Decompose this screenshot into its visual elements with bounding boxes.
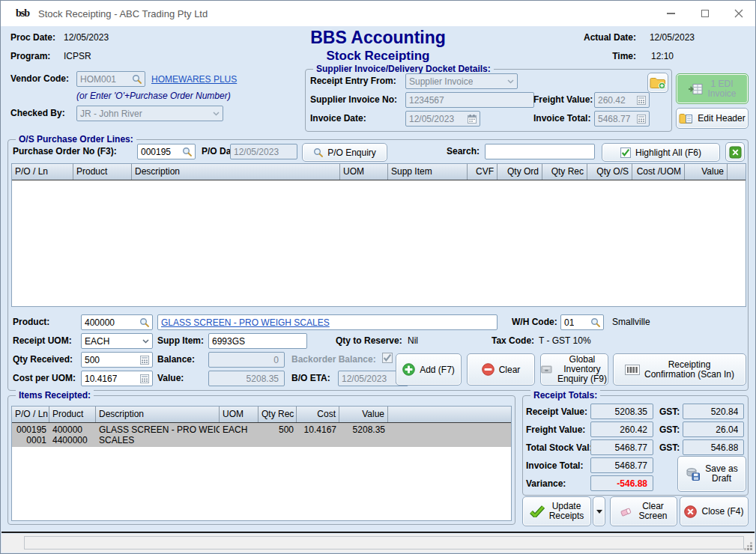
receipt-totals-group-label: Receipt Totals: [530,390,600,401]
close-x-icon [684,505,697,518]
po-lines-table[interactable]: P/O / Ln Product Description UOM Supp It… [11,163,746,307]
vendor-search-icon[interactable] [132,74,142,84]
calculator-icon[interactable] [637,96,646,105]
total-row-invoice-total: Invoice Total: 5468.77 [526,457,653,473]
cost-per-uom-field[interactable]: 10.4167 [81,371,153,386]
update-receipts-button[interactable]: UpdateReceipts [522,496,591,526]
update-receipts-dropdown-button[interactable] [593,496,605,526]
calculator-icon[interactable] [140,356,149,365]
add-plus-icon [402,363,415,376]
items-col-header[interactable]: UOM [220,407,258,422]
receipt-value-field: 5208.35 [590,404,653,419]
po-col-header[interactable]: Qty Ord [498,164,542,180]
save-as-draft-button[interactable]: Save asDraft [677,456,746,492]
clear-minus-icon [482,363,495,376]
qty-received-field[interactable]: 500 [81,352,153,368]
wh-search-icon[interactable] [590,317,600,327]
po-col-header[interactable]: CVF [468,164,498,180]
items-col-header[interactable]: Product [49,407,96,422]
export-excel-button[interactable] [725,142,745,162]
balance-label: Balance: [157,354,195,365]
supp-item-label: Supp Item: [157,335,204,346]
attach-document-button[interactable] [647,73,668,93]
global-inventory-line2: Enquiry (F9) [557,374,607,384]
po-lines-table-body[interactable] [12,180,746,307]
receipt-entry-from-select[interactable]: Supplier Invoice [405,73,518,89]
receipting-confirmation-line1: Receipting [668,359,711,370]
variance-field: -546.88 [590,475,653,491]
clear-screen-button[interactable]: ClearScreen [610,496,677,526]
items-col-header[interactable]: Value [339,407,388,422]
close-button[interactable]: Close (F4) [680,496,749,526]
po-col-header[interactable]: Supp Item [388,164,468,180]
global-inventory-button[interactable]: Global InventoryEnquiry (F9) [540,353,608,386]
product-field[interactable]: 400000 [81,314,153,330]
items-col-header[interactable]: Description [96,407,220,422]
wh-code-field[interactable]: 01 [560,314,604,330]
po-col-header[interactable]: Qty Rec [542,164,587,180]
po-date-field[interactable]: 12/05/2023 [230,144,297,159]
invoice-date-field[interactable]: 12/05/2023 [405,111,480,127]
minimize-button[interactable] [654,1,688,26]
supplier-invoice-no-value: 1234567 [409,95,444,106]
po-col-header[interactable]: Cost /UOM [632,164,685,180]
supplier-invoice-no-field[interactable]: 1234567 [405,92,534,108]
items-receipted-group: Items Receipted: P/O / Ln Product Descri… [7,395,515,525]
resize-grip[interactable] [750,548,752,550]
po-col-header[interactable]: Product [73,164,132,180]
receipting-confirmation-button[interactable]: ReceiptingConfirmation (Scan In) [613,353,746,386]
receipting-confirmation-line2: Confirmation (Scan In) [644,369,734,380]
po-col-header[interactable]: UOM [340,164,388,180]
items-table-row-selected[interactable]: 000195 0001 400000 4400000 GLASS SCREEN … [12,423,511,447]
vendor-name-link[interactable]: HOMEWARES PLUS [151,74,237,85]
screen-title: Stock Receipting [1,49,755,64]
time-value: 12:10 [651,51,674,61]
search-input[interactable] [485,144,595,159]
calculator-icon[interactable] [140,374,149,383]
product-search-icon[interactable] [139,317,149,327]
supplier-invoice-group-label: Supplier Invoice/Delivery Docket Details… [313,64,494,74]
po-enquiry-button[interactable]: P/O Enquiry [302,143,387,162]
invoice-total-field[interactable]: 5468.77 [594,111,650,127]
calendar-icon[interactable] [468,115,477,124]
product-desc-link[interactable]: GLASS SCREEN - PRO WEIGH SCALES [161,317,330,328]
items-receipted-table[interactable]: P/O / Ln Product Description UOM Qty Rec… [11,406,512,521]
po-col-header[interactable]: Description [132,164,340,180]
edit-header-button[interactable]: Edit Header [676,108,749,129]
po-col-header[interactable]: Value [685,164,728,180]
edi-button-line1: 1 EDI [710,79,733,89]
close-window-button[interactable] [722,1,755,26]
po-number-field[interactable]: 000195 [137,144,196,159]
supp-item-field[interactable]: 6993GS [208,333,307,349]
main-content: Proc Date: 12/05/2023 Program: ICPSR BBS… [1,26,755,533]
total-stock-label: Total Stock Val: [526,442,590,453]
clear-screen-line2: Screen [638,511,667,521]
window-controls [654,1,755,26]
calculator-icon[interactable] [637,115,646,124]
items-col-header[interactable]: Cost [297,407,339,422]
po-search-icon[interactable] [182,147,192,156]
highlight-all-button[interactable]: Highlight All (F6) [602,143,720,162]
receipt-uom-select[interactable]: EACH [81,333,153,349]
items-col-header[interactable]: Qty Rec [258,407,297,422]
edi-invoice-button[interactable]: 1 EDIInvoice [676,73,749,104]
maximize-icon [701,10,709,17]
backorder-balance-checkbox[interactable] [382,353,393,363]
vendor-code-field[interactable]: HOM001 [76,71,145,87]
items-col-header[interactable]: P/O / Ln [12,407,49,422]
value-value: 5208.35 [247,374,279,384]
po-col-header[interactable]: Qty O/S [587,164,632,180]
edit-header-icon [679,112,693,124]
app-logo-icon: bsb [16,7,29,19]
freight-value-field[interactable]: 260.42 [594,92,650,108]
cell-cost: 10.4167 [297,423,339,447]
app-window: bsb Stock Receipting - ABC Trading Pty L… [0,0,756,554]
add-button[interactable]: Add (F7) [396,353,462,386]
cost-per-uom-label: Cost per UOM: [13,373,76,383]
maximize-button[interactable] [688,1,722,26]
cell-qty-rec: 500 [258,423,297,447]
tax-code-label: Tax Code: [492,335,534,346]
checked-by-select[interactable]: JR - John River [76,106,223,121]
clear-button[interactable]: Clear [467,353,535,386]
po-col-header[interactable]: P/O / Ln [12,164,73,180]
